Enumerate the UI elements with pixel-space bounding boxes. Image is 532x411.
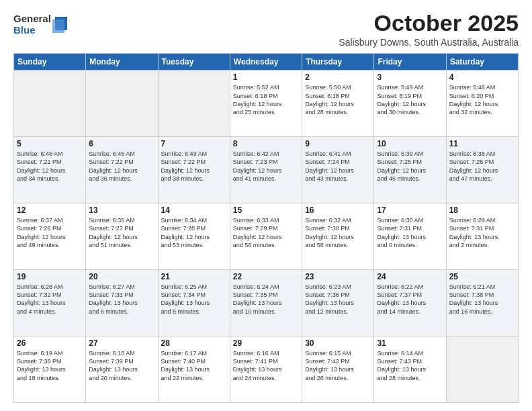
cell-info: Sunrise: 6:35 AM Sunset: 7:27 PM Dayligh… [89, 216, 154, 249]
calendar-week-row: 1Sunrise: 5:52 AM Sunset: 6:18 PM Daylig… [14, 71, 519, 137]
col-saturday: Saturday [446, 54, 518, 71]
table-row: 9Sunrise: 6:41 AM Sunset: 7:24 PM Daylig… [302, 137, 374, 203]
cell-info: Sunrise: 6:25 AM Sunset: 7:34 PM Dayligh… [161, 283, 227, 316]
cell-info: Sunrise: 5:50 AM Sunset: 6:18 PM Dayligh… [305, 83, 371, 116]
day-number: 15 [233, 205, 299, 215]
table-row [14, 71, 86, 137]
day-number: 10 [377, 139, 443, 148]
day-number: 29 [233, 338, 299, 348]
table-row: 7Sunrise: 6:43 AM Sunset: 7:22 PM Daylig… [158, 137, 230, 203]
location: Salisbury Downs, South Australia, Austra… [339, 37, 519, 48]
day-number: 3 [377, 73, 443, 82]
day-number: 2 [305, 73, 371, 82]
table-row: 29Sunrise: 6:16 AM Sunset: 7:41 PM Dayli… [230, 336, 302, 403]
col-monday: Monday [86, 54, 158, 71]
cell-info: Sunrise: 6:23 AM Sunset: 7:36 PM Dayligh… [305, 283, 371, 316]
table-row: 1Sunrise: 5:52 AM Sunset: 6:18 PM Daylig… [230, 71, 302, 137]
day-number: 14 [161, 205, 227, 215]
table-row [446, 336, 518, 403]
day-number: 13 [89, 205, 154, 215]
cell-info: Sunrise: 6:38 AM Sunset: 7:26 PM Dayligh… [449, 150, 515, 183]
page: General Blue October 2025 Salisbury Down… [0, 0, 532, 411]
table-row: 4Sunrise: 5:48 AM Sunset: 6:20 PM Daylig… [446, 71, 518, 137]
day-number: 6 [89, 139, 154, 148]
day-number: 30 [305, 338, 371, 348]
cell-info: Sunrise: 6:33 AM Sunset: 7:29 PM Dayligh… [233, 216, 299, 249]
day-number: 20 [89, 272, 154, 281]
col-friday: Friday [374, 54, 446, 71]
day-number: 18 [449, 205, 515, 215]
logo-general: General [13, 13, 51, 25]
table-row: 26Sunrise: 6:19 AM Sunset: 7:38 PM Dayli… [14, 336, 86, 403]
cell-info: Sunrise: 5:52 AM Sunset: 6:18 PM Dayligh… [233, 83, 299, 116]
cell-info: Sunrise: 6:18 AM Sunset: 7:39 PM Dayligh… [89, 349, 154, 382]
calendar-week-row: 12Sunrise: 6:37 AM Sunset: 7:26 PM Dayli… [14, 203, 519, 270]
day-number: 1 [233, 73, 299, 82]
cell-info: Sunrise: 6:41 AM Sunset: 7:24 PM Dayligh… [305, 150, 371, 183]
day-number: 4 [449, 73, 515, 82]
day-number: 25 [449, 272, 515, 281]
day-number: 8 [233, 139, 299, 148]
cell-info: Sunrise: 6:37 AM Sunset: 7:26 PM Dayligh… [17, 216, 83, 249]
cell-info: Sunrise: 6:14 AM Sunset: 7:43 PM Dayligh… [377, 349, 443, 382]
cell-info: Sunrise: 6:16 AM Sunset: 7:41 PM Dayligh… [233, 349, 299, 382]
table-row: 14Sunrise: 6:34 AM Sunset: 7:28 PM Dayli… [158, 203, 230, 270]
col-sunday: Sunday [14, 54, 86, 71]
day-number: 21 [161, 272, 227, 281]
table-row: 22Sunrise: 6:24 AM Sunset: 7:35 PM Dayli… [230, 270, 302, 336]
cell-info: Sunrise: 6:30 AM Sunset: 7:31 PM Dayligh… [377, 216, 443, 249]
table-row: 20Sunrise: 6:27 AM Sunset: 7:33 PM Dayli… [86, 270, 158, 336]
cell-info: Sunrise: 6:43 AM Sunset: 7:22 PM Dayligh… [161, 150, 227, 183]
cell-info: Sunrise: 6:24 AM Sunset: 7:35 PM Dayligh… [233, 283, 299, 316]
cell-info: Sunrise: 6:32 AM Sunset: 7:30 PM Dayligh… [305, 216, 371, 249]
table-row: 27Sunrise: 6:18 AM Sunset: 7:39 PM Dayli… [86, 336, 158, 403]
day-number: 16 [305, 205, 371, 215]
table-row: 15Sunrise: 6:33 AM Sunset: 7:29 PM Dayli… [230, 203, 302, 270]
table-row: 19Sunrise: 6:28 AM Sunset: 7:32 PM Dayli… [14, 270, 86, 336]
calendar-table: Sunday Monday Tuesday Wednesday Thursday… [13, 53, 519, 403]
table-row: 2Sunrise: 5:50 AM Sunset: 6:18 PM Daylig… [302, 71, 374, 137]
table-row: 8Sunrise: 6:42 AM Sunset: 7:23 PM Daylig… [230, 137, 302, 203]
cell-info: Sunrise: 6:28 AM Sunset: 7:32 PM Dayligh… [17, 283, 83, 316]
cell-info: Sunrise: 6:15 AM Sunset: 7:42 PM Dayligh… [305, 349, 371, 382]
day-number: 12 [17, 205, 83, 215]
table-row: 21Sunrise: 6:25 AM Sunset: 7:34 PM Dayli… [158, 270, 230, 336]
table-row: 12Sunrise: 6:37 AM Sunset: 7:26 PM Dayli… [14, 203, 86, 270]
day-number: 22 [233, 272, 299, 281]
logo: General Blue [13, 13, 67, 36]
day-number: 27 [89, 338, 154, 348]
day-number: 26 [17, 338, 83, 348]
table-row: 25Sunrise: 6:21 AM Sunset: 7:38 PM Dayli… [446, 270, 518, 336]
title-block: October 2025 Salisbury Downs, South Aust… [339, 11, 519, 48]
table-row: 28Sunrise: 6:17 AM Sunset: 7:40 PM Dayli… [158, 336, 230, 403]
table-row: 17Sunrise: 6:30 AM Sunset: 7:31 PM Dayli… [374, 203, 446, 270]
table-row [158, 71, 230, 137]
table-row: 13Sunrise: 6:35 AM Sunset: 7:27 PM Dayli… [86, 203, 158, 270]
table-row: 5Sunrise: 6:46 AM Sunset: 7:21 PM Daylig… [14, 137, 86, 203]
day-number: 31 [377, 338, 443, 348]
table-row: 24Sunrise: 6:22 AM Sunset: 7:37 PM Dayli… [374, 270, 446, 336]
table-row: 6Sunrise: 6:45 AM Sunset: 7:22 PM Daylig… [86, 137, 158, 203]
table-row: 10Sunrise: 6:39 AM Sunset: 7:25 PM Dayli… [374, 137, 446, 203]
day-number: 24 [377, 272, 443, 281]
day-number: 19 [17, 272, 83, 281]
svg-marker-1 [52, 19, 64, 33]
cell-info: Sunrise: 6:17 AM Sunset: 7:40 PM Dayligh… [161, 349, 227, 382]
header-row: Sunday Monday Tuesday Wednesday Thursday… [14, 54, 519, 71]
cell-info: Sunrise: 6:29 AM Sunset: 7:31 PM Dayligh… [449, 216, 515, 249]
cell-info: Sunrise: 6:42 AM Sunset: 7:23 PM Dayligh… [233, 150, 299, 183]
col-tuesday: Tuesday [158, 54, 230, 71]
table-row [86, 71, 158, 137]
day-number: 28 [161, 338, 227, 348]
cell-info: Sunrise: 5:48 AM Sunset: 6:20 PM Dayligh… [449, 83, 515, 116]
logo-icon [52, 14, 67, 33]
day-number: 23 [305, 272, 371, 281]
table-row: 30Sunrise: 6:15 AM Sunset: 7:42 PM Dayli… [302, 336, 374, 403]
month-title: October 2025 [339, 11, 519, 36]
day-number: 9 [305, 139, 371, 148]
calendar-week-row: 26Sunrise: 6:19 AM Sunset: 7:38 PM Dayli… [14, 336, 519, 403]
header: General Blue October 2025 Salisbury Down… [13, 11, 519, 48]
calendar-week-row: 5Sunrise: 6:46 AM Sunset: 7:21 PM Daylig… [14, 137, 519, 203]
day-number: 5 [17, 139, 83, 148]
col-thursday: Thursday [302, 54, 374, 71]
